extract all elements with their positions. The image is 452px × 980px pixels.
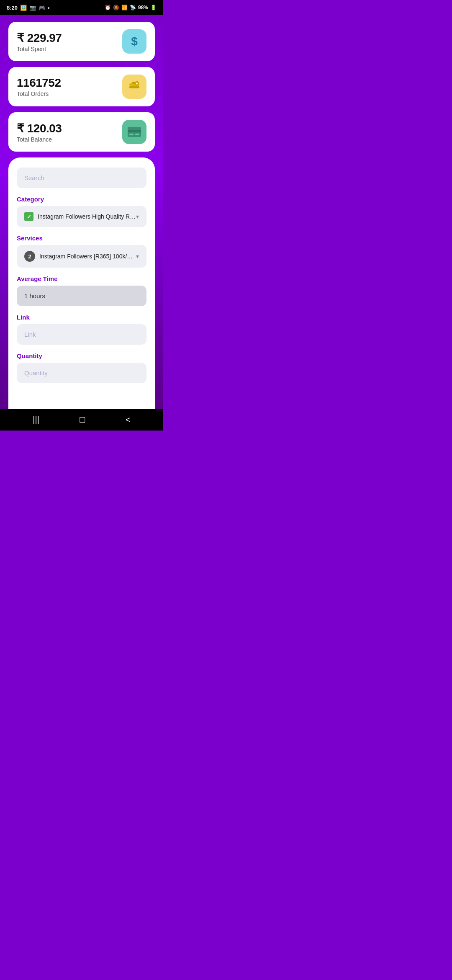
total-balance-info: ₹ 120.03 Total Balance [17, 121, 62, 143]
total-spent-value: ₹ 229.97 [17, 31, 62, 45]
services-dropdown[interactable]: 2 Instagram Followers [R365] 100k/da... … [17, 245, 146, 268]
services-badge: 2 [24, 251, 35, 262]
total-balance-card: ₹ 120.03 Total Balance [8, 112, 155, 152]
link-group: Link [17, 314, 146, 345]
average-time-label: Average Time [17, 275, 146, 282]
average-time-group: Average Time 1 hours [17, 275, 146, 306]
photo-icon: 🖼️ [20, 5, 27, 11]
total-spent-icon: $ [122, 29, 146, 54]
svg-rect-7 [129, 134, 134, 135]
app-icon: 🎮 [39, 5, 45, 11]
status-time: 8:20 [7, 5, 18, 11]
quantity-group: Quantity [17, 352, 146, 383]
services-label: Services [17, 235, 146, 242]
battery-icon: 🔋 [150, 5, 157, 10]
category-chevron-icon: ▾ [136, 213, 139, 220]
services-dropdown-left: 2 Instagram Followers [R365] 100k/da... [24, 251, 136, 262]
nav-home-icon[interactable]: □ [80, 414, 85, 425]
status-bar: 8:20 🖼️ 📷 🎮 • ⏰ 🔕 📶 📡 98% 🔋 [0, 0, 163, 15]
category-dropdown[interactable]: Instagram Followers High Quality Re... ▾ [17, 206, 146, 227]
quantity-input[interactable] [17, 363, 146, 383]
battery-percent: 98% [138, 5, 148, 10]
nav-back-icon[interactable]: < [126, 415, 131, 425]
credit-card-icon [127, 126, 142, 138]
category-selected-text: Instagram Followers High Quality Re... [38, 213, 136, 220]
total-balance-icon [122, 120, 146, 144]
total-orders-info: 1161752 Total Orders [17, 76, 61, 97]
category-dropdown-left: Instagram Followers High Quality Re... [24, 212, 136, 221]
link-label: Link [17, 314, 146, 321]
form-panel: Category Instagram Followers High Qualit… [8, 157, 155, 409]
category-check-icon [24, 212, 33, 221]
alarm-icon: ⏰ [105, 5, 111, 10]
total-orders-icon: + [122, 75, 146, 99]
mute-icon: 🔕 [113, 5, 119, 10]
layers-icon: + [128, 80, 141, 93]
total-spent-card: ₹ 229.97 Total Spent $ [8, 22, 155, 61]
status-left: 8:20 🖼️ 📷 🎮 • [7, 5, 50, 11]
services-badge-number: 2 [28, 253, 31, 260]
category-label: Category [17, 196, 146, 203]
signal-icon: 📡 [130, 5, 136, 10]
total-orders-card: 1161752 Total Orders + [8, 67, 155, 106]
average-time-value: 1 hours [17, 286, 146, 306]
total-balance-label: Total Balance [17, 136, 62, 143]
status-right: ⏰ 🔕 📶 📡 98% 🔋 [105, 5, 157, 10]
svg-rect-8 [135, 134, 139, 135]
link-input[interactable] [17, 324, 146, 345]
total-orders-value: 1161752 [17, 76, 61, 90]
total-balance-value: ₹ 120.03 [17, 121, 62, 135]
quantity-label: Quantity [17, 352, 146, 359]
dollar-icon: $ [131, 35, 138, 48]
total-orders-label: Total Orders [17, 90, 61, 97]
search-input-wrapper [17, 168, 146, 188]
svg-rect-6 [128, 130, 141, 132]
services-selected-text: Instagram Followers [R365] 100k/da... [39, 253, 136, 260]
svg-rect-0 [129, 86, 139, 88]
main-background: ₹ 229.97 Total Spent $ 1161752 Total Ord… [0, 15, 163, 409]
nav-menu-icon[interactable]: ||| [33, 415, 39, 425]
svg-text:+: + [136, 81, 138, 86]
instagram-icon: 📷 [29, 5, 36, 11]
dot-indicator: • [48, 5, 50, 11]
total-spent-info: ₹ 229.97 Total Spent [17, 31, 62, 52]
wifi-icon: 📶 [121, 5, 128, 10]
total-spent-label: Total Spent [17, 46, 62, 52]
category-group: Category Instagram Followers High Qualit… [17, 196, 146, 227]
services-group: Services 2 Instagram Followers [R365] 10… [17, 235, 146, 268]
services-chevron-icon: ▾ [136, 253, 139, 260]
bottom-nav: ||| □ < [0, 409, 163, 431]
search-group [17, 168, 146, 188]
search-input[interactable] [17, 168, 146, 188]
